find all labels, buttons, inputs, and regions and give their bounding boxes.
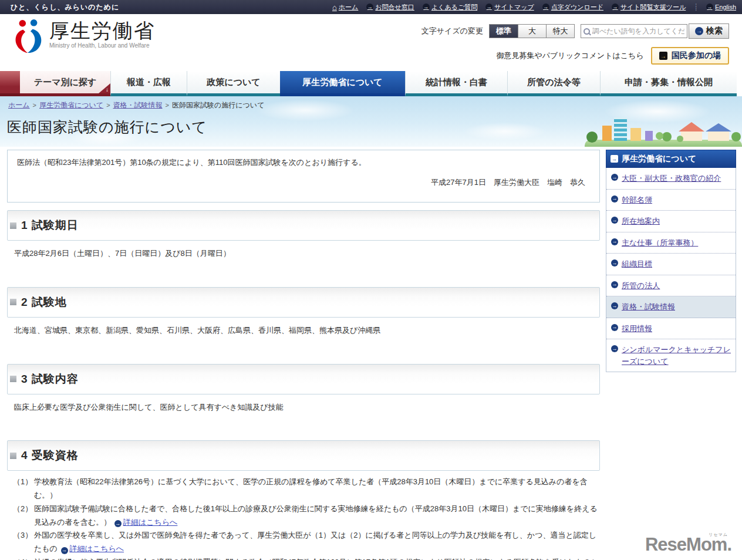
intro-text: 医師法（昭和23年法律第201号）第10条の規定により、第110回医師国家試験を… [17,157,590,168]
fontsize-large-button[interactable]: 大 [518,25,546,38]
search-input[interactable] [592,27,684,35]
topbar-link-home[interactable]: ⌂ホーム [332,3,358,12]
arrow-icon: → [611,217,618,224]
arrow-icon: → [611,281,618,288]
tab-laws[interactable]: 所管の法令等 [507,71,600,96]
fontsize-label: 文字サイズの変更 [421,26,483,36]
sidebar-item-recruitment[interactable]: → 採用情報 [606,318,736,340]
breadcrumb-home[interactable]: ホーム [8,101,30,109]
sidebar-item-corporations[interactable]: → 所管の法人 [606,275,736,297]
topbar-link-braille-download[interactable]: →点字ダウンロード [542,3,603,12]
search-button[interactable]: → 検索 [689,23,729,39]
arrow-icon: → [706,4,713,11]
divider: ┊ [694,4,698,11]
header-tools: 文字サイズの変更 標準 大 特大 → 検索 [421,23,729,39]
intro-box: 医師法（昭和23年法律第201号）第10条の規定により、第110回医師国家試験を… [7,150,600,203]
tab-statistics[interactable]: 統計情報・白書 [405,71,507,96]
tab-press[interactable]: 報道・広報 [110,71,187,96]
arrow-icon: → [611,345,618,352]
section-body-exam-content: 臨床上必要な医学及び公衆衛生に関して、医師として具有すべき知識及び技能 [14,402,600,414]
site-search: → 検索 [581,23,729,39]
section-heading-exam-date: 1 試験期日 [21,218,79,233]
arrow-icon: → [659,52,667,60]
arrow-icon: → [61,547,68,554]
page-title-band: ホーム>厚生労働省について>資格・試験情報>医師国家試験の施行について 医師国家… [0,96,742,147]
detail-link[interactable]: →詳細はこちらへ [61,544,124,553]
mhlw-logo[interactable]: 厚生労働省 Ministry of Health, Labour and Wel… [11,18,155,55]
section-body-exam-date: 平成28年2月6日（土曜日）、7日（日曜日）及び8日（月曜日） [14,248,600,260]
topbar-link-english[interactable]: →English [706,4,736,11]
fontsize-xlarge-button[interactable]: 特大 [546,25,574,38]
tab-applications[interactable]: 申請・募集・情報公開 [600,71,737,96]
arrow-icon: → [611,259,618,266]
ministry-name-en: Ministry of Health, Labour and Welfare [49,42,155,49]
list-item: （4） 沖縄の復帰に伴う厚生省関係法令の適用の特別措置等に関する政令（昭和47年… [13,556,600,560]
sidebar-item-symbol-mark[interactable]: → シンボルマークとキャッチフレーズについて [606,339,736,372]
mhlw-logo-mark [11,18,45,55]
section-heading-box-3: 3 試験内容 [7,364,600,394]
sidebar-item-location[interactable]: → 所在地案内 [606,211,736,232]
global-nav: テーマ別に探す ↓ 報道・広報 政策について 厚生労働省について 統計情報・白書… [0,71,742,96]
fontsize-standard-button[interactable]: 標準 [490,25,518,38]
arrow-icon: → [611,155,618,163]
topbar-link-contact[interactable]: →お問合せ窓口 [366,3,414,12]
section-heading-exam-location: 2 試験地 [21,295,67,310]
sidebar-item-duties[interactable]: → 主な仕事（所掌事務） [606,232,736,254]
topbar-link-sitemap[interactable]: →サイトマップ [485,3,534,12]
chevron-down-icon: ↓ [106,87,109,93]
logo-text: 厚生労働省 Ministry of Health, Labour and Wel… [49,18,155,49]
town-illustration [584,112,742,147]
section-heading-box-2: 2 試験地 [7,287,600,318]
section-heading-eligibility: 4 受験資格 [21,448,79,463]
arrow-icon: → [611,174,618,181]
eligibility-list: （1） 学校教育法（昭和22年法律第26号）に基づく大学において、医学の正規の課… [13,475,600,560]
square-bullet-icon [10,376,16,382]
sidebar-list: → 大臣・副大臣・政務官の紹介 → 幹部名簿 → 所在地案内 → 主な仕事（所掌… [606,168,736,372]
ministry-name: 厚生労働省 [49,18,155,43]
sidebar-header[interactable]: → 厚生労働省について [606,150,736,168]
square-bullet-icon [10,222,16,229]
sidebar-item-qualification-info[interactable]: → 資格・試験情報 [606,296,736,318]
arrow-icon: → [542,4,549,11]
arrow-icon: → [366,4,373,11]
arrow-icon: → [612,4,619,11]
arrow-icon: → [114,520,122,527]
section-body-exam-location: 北海道、宮城県、東京都、新潟県、愛知県、石川県、大阪府、広島県、香川県、福岡県、… [14,325,600,337]
section-heading-box-4: 4 受験資格 [7,440,600,471]
nav-left-edge [0,71,20,96]
list-item: （2） 医師国家試験予備試験に合格した者で、合格した後1年以上の診療及び公衆衛生… [13,502,600,529]
search-field-wrap [581,24,687,38]
topbar-link-accessibility-tool[interactable]: →サイト閲覧支援ツール [612,3,686,12]
arrow-icon: → [695,27,703,35]
citizen-participation-button[interactable]: → 国民参加の場 [651,47,729,65]
public-comment-row: 御意見募集やパブリックコメントはこちら → 国民参加の場 [496,47,729,65]
arrow-icon: → [611,324,618,331]
public-comment-text: 御意見募集やパブリックコメントはこちら [496,50,643,61]
square-bullet-icon [10,453,16,459]
sidebar-about-mhlw: → 厚生労働省について → 大臣・副大臣・政務官の紹介 → 幹部名簿 → 所在地… [606,150,736,372]
arrow-icon: → [485,4,493,11]
site-header: 厚生労働省 Ministry of Health, Labour and Wel… [0,14,742,71]
tab-theme-search[interactable]: テーマ別に探す ↓ [20,71,110,96]
top-utility-bar: ひと、くらし、みらいのために ⌂ホーム →お問合せ窓口 →よくあるご質問 →サイ… [0,0,742,14]
square-bullet-icon [10,299,16,305]
arrow-icon: → [611,238,618,245]
breadcrumb-current: 医師国家試験の施行について [172,101,264,109]
utility-links: ⌂ホーム →お問合せ窓口 →よくあるご質問 →サイトマップ →点字ダウンロード … [332,3,736,12]
detail-link[interactable]: →詳細はこちらへ [114,518,178,527]
sidebar-item-executives[interactable]: → 幹部名簿 [606,190,736,211]
topbar-link-faq[interactable]: →よくあるご質問 [423,3,477,12]
page-title: 医師国家試験の施行について [7,117,207,137]
section-heading-box-1: 1 試験期日 [7,210,600,241]
arrow-icon: → [611,195,618,203]
breadcrumb-about-mhlw[interactable]: 厚生労働省について [39,101,103,109]
tab-policy[interactable]: 政策について [187,71,280,96]
corner-triangle [99,83,110,93]
home-icon: ⌂ [332,4,337,11]
section-heading-exam-content: 3 試験内容 [21,372,79,387]
search-icon [584,28,590,35]
breadcrumb-qualification-info[interactable]: 資格・試験情報 [113,101,163,109]
tab-about-mhlw[interactable]: 厚生労働省について [280,71,405,96]
sidebar-item-ministers[interactable]: → 大臣・副大臣・政務官の紹介 [606,168,736,190]
sidebar-item-org-goals[interactable]: → 組織目標 [606,254,736,275]
